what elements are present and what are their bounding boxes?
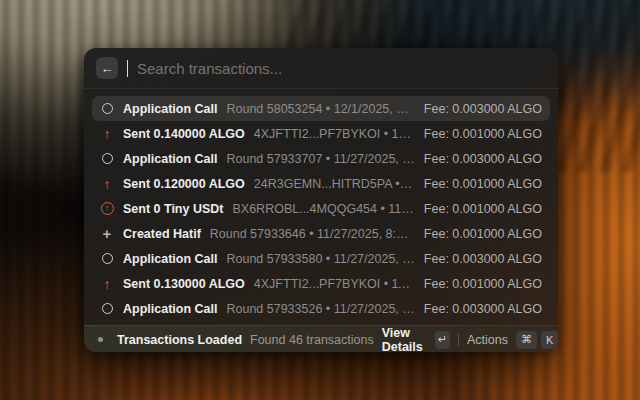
transaction-detail-label: Round 57933707 • 11/27/2025, 8:29:22 PM bbox=[226, 152, 414, 166]
transaction-detail-label: Round 57933580 • 11/27/2025, 8:23:43 PM bbox=[226, 252, 414, 266]
transaction-detail-label: Round 57933526 • 11/27/2025, 8:21:20 PM bbox=[226, 302, 414, 316]
transaction-detail-label: 4XJFTTI2...PF7BYKOI • 12/1/2025, 1:17:59… bbox=[254, 127, 415, 141]
transaction-fee-label: Fee: 0.003000 ALGO bbox=[424, 252, 542, 266]
circle-icon bbox=[102, 253, 113, 264]
transaction-type-label: Application Call bbox=[123, 302, 217, 316]
transaction-fee-label: Fee: 0.003000 ALGO bbox=[424, 302, 542, 316]
transaction-type-label: Application Call bbox=[123, 152, 217, 166]
arrow-up-icon: ↑ bbox=[104, 277, 111, 291]
transaction-row[interactable]: ↑ Sent 0.130000 ALGO 4XJFTTI2...PF7BYKOI… bbox=[92, 271, 550, 296]
transaction-fee-label: Fee: 0.001000 ALGO bbox=[424, 202, 542, 216]
search-bar: ← bbox=[84, 48, 558, 89]
actions-shortcut-keys: ⌘K bbox=[516, 331, 558, 349]
plus-icon: + bbox=[103, 226, 112, 241]
command-palette-window: ← Application Call Round 58053254 • 12/1… bbox=[84, 48, 558, 352]
footer-actions: View Details ↵ Actions ⌘K bbox=[382, 326, 558, 353]
desktop: ← Application Call Round 58053254 • 12/1… bbox=[0, 0, 640, 400]
footer-divider bbox=[458, 334, 459, 346]
transaction-row[interactable]: ↑ Sent 0.120000 ALGO 24R3GEMN...HITRD5PA… bbox=[92, 171, 550, 196]
transaction-detail-label: Round 57933646 • 11/27/2025, 8:26:39 PM bbox=[210, 227, 415, 241]
circle-icon bbox=[102, 103, 113, 114]
transaction-detail-label: BX6RROBL...4MQQG454 • 11/27/2025, 8:29:1… bbox=[232, 202, 414, 216]
view-details-button[interactable]: View Details bbox=[382, 326, 427, 353]
actions-button[interactable]: Actions bbox=[467, 333, 508, 347]
footer-bar: Transactions Loaded Found 46 transaction… bbox=[84, 325, 558, 352]
circle-icon bbox=[102, 153, 113, 164]
transaction-fee-label: Fee: 0.001000 ALGO bbox=[424, 177, 542, 191]
transaction-type-label: Created Hatif bbox=[123, 227, 201, 241]
arrow-up-icon: ↑ bbox=[104, 177, 111, 191]
transaction-type-label: Sent 0.130000 ALGO bbox=[123, 277, 245, 291]
transaction-row[interactable]: Application Call Round 57933580 • 11/27/… bbox=[92, 246, 550, 271]
circle-icon bbox=[102, 303, 113, 314]
transaction-detail-label: 24R3GEMN...HITRD5PA • 11/27/2025, 8:29:2… bbox=[254, 177, 415, 191]
transaction-row[interactable]: Application Call Round 58053254 • 12/1/2… bbox=[92, 96, 550, 121]
transaction-type-label: Sent 0.120000 ALGO bbox=[123, 177, 245, 191]
transaction-detail-label: 4XJFTTI2...PF7BYKOI • 11/27/2025, 8:23:4… bbox=[254, 277, 415, 291]
transaction-row[interactable]: ↑ Sent 0 Tiny USDt BX6RROBL...4MQQG454 •… bbox=[92, 196, 550, 221]
transaction-row[interactable]: ↑ Sent 0.140000 ALGO 4XJFTTI2...PF7BYKOI… bbox=[92, 121, 550, 146]
transaction-fee-label: Fee: 0.003000 ALGO bbox=[424, 102, 542, 116]
arrow-up-icon: ↑ bbox=[104, 127, 111, 141]
transaction-row[interactable]: Application Call Round 57933526 • 11/27/… bbox=[92, 296, 550, 321]
text-caret bbox=[127, 60, 128, 77]
transaction-list: Application Call Round 58053254 • 12/1/2… bbox=[84, 89, 558, 325]
back-button[interactable]: ← bbox=[96, 57, 118, 79]
transaction-fee-label: Fee: 0.003000 ALGO bbox=[424, 152, 542, 166]
status-title: Transactions Loaded bbox=[117, 333, 242, 347]
enter-key-icon: ↵ bbox=[435, 331, 451, 349]
transaction-type-label: Application Call bbox=[123, 252, 217, 266]
arrow-up-circle-icon: ↑ bbox=[101, 202, 114, 215]
status-dot-icon bbox=[98, 337, 103, 342]
key-k: K bbox=[541, 331, 558, 349]
transaction-type-label: Sent 0 Tiny USDt bbox=[123, 202, 223, 216]
transaction-detail-label: Round 58053254 • 12/1/2025, 1:17:59 PM bbox=[226, 102, 414, 116]
transaction-fee-label: Fee: 0.001000 ALGO bbox=[424, 227, 542, 241]
back-arrow-icon: ← bbox=[101, 62, 114, 75]
search-input[interactable] bbox=[137, 60, 546, 77]
transaction-type-label: Application Call bbox=[123, 102, 217, 116]
transaction-row[interactable]: Application Call Round 57933707 • 11/27/… bbox=[92, 146, 550, 171]
transaction-row[interactable]: + Created Hatif Round 57933646 • 11/27/2… bbox=[92, 221, 550, 246]
transaction-type-label: Sent 0.140000 ALGO bbox=[123, 127, 245, 141]
transaction-fee-label: Fee: 0.001000 ALGO bbox=[424, 277, 542, 291]
command-key-icon: ⌘ bbox=[516, 331, 537, 349]
status-subtitle: Found 46 transactions bbox=[250, 333, 374, 347]
transaction-fee-label: Fee: 0.001000 ALGO bbox=[424, 127, 542, 141]
